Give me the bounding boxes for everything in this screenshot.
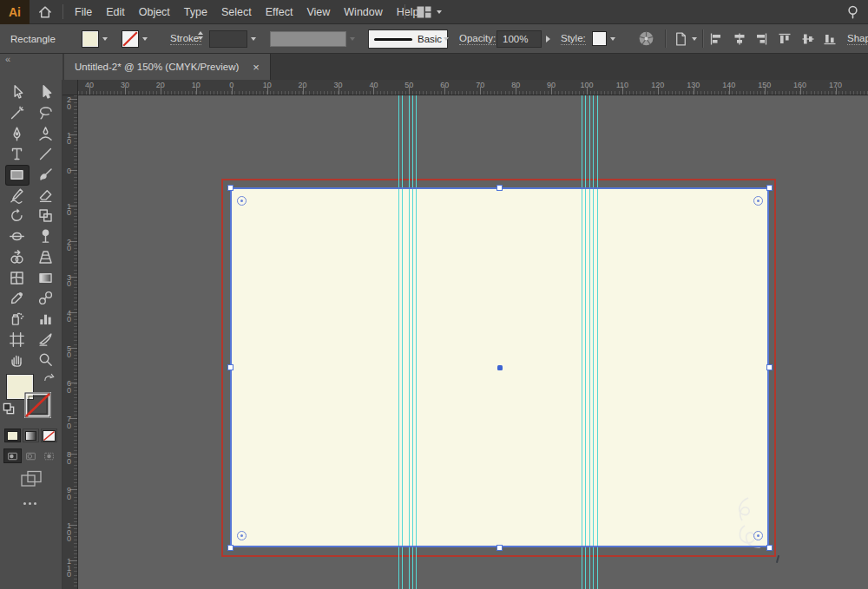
- curvature-tool[interactable]: [35, 124, 57, 143]
- align-horizontal-center-icon[interactable]: [732, 31, 747, 47]
- align-vertical-bottom-icon[interactable]: [822, 31, 838, 47]
- draw-inside-icon[interactable]: [41, 449, 57, 462]
- selection-tool[interactable]: [6, 83, 29, 102]
- opacity-input[interactable]: 100%: [496, 30, 542, 48]
- fill-dropdown-chevron[interactable]: [102, 24, 108, 53]
- selection-handle[interactable]: [227, 185, 233, 191]
- canvas[interactable]: [78, 95, 868, 589]
- stroke-weight-input[interactable]: [209, 30, 247, 48]
- align-horizontal-left-icon[interactable]: [708, 31, 724, 47]
- none-button[interactable]: [41, 429, 57, 442]
- puppet-warp-tool[interactable]: [35, 227, 57, 246]
- symbol-sprayer-tool[interactable]: [6, 309, 29, 328]
- slice-tool[interactable]: [35, 330, 57, 349]
- shape-builder-tool[interactable]: [6, 247, 29, 266]
- lasso-tool[interactable]: [35, 104, 57, 123]
- menu-object[interactable]: Object: [139, 6, 170, 18]
- selection-handle[interactable]: [766, 185, 773, 191]
- rotate-tool[interactable]: [6, 206, 29, 226]
- shape-label[interactable]: Shap: [847, 24, 868, 53]
- stroke-weight-stepper[interactable]: [198, 31, 203, 47]
- document-tab[interactable]: Untitled-2* @ 150% (CMYK/Preview) ×: [64, 54, 271, 80]
- gradient-button[interactable]: [23, 429, 39, 442]
- gradient-tool[interactable]: [35, 268, 57, 287]
- eyedropper-tool[interactable]: [6, 289, 29, 308]
- selection-center-point[interactable]: [497, 365, 503, 370]
- mesh-tool[interactable]: [6, 268, 29, 287]
- menu-file[interactable]: File: [75, 6, 92, 18]
- v-ruler-label: 2 0: [64, 97, 74, 110]
- stroke-color-indicator[interactable]: [24, 392, 51, 422]
- fill-color-swatch[interactable]: [82, 24, 99, 53]
- scale-tool[interactable]: [35, 206, 57, 226]
- type-tool[interactable]: [6, 145, 29, 164]
- draw-behind-icon[interactable]: [23, 449, 39, 462]
- pen-tool[interactable]: [6, 124, 29, 143]
- menu-select[interactable]: Select: [221, 6, 252, 18]
- style-label[interactable]: Style:: [561, 24, 586, 53]
- live-corner-widget[interactable]: [237, 196, 247, 206]
- stroke-color-swatch[interactable]: [122, 24, 139, 53]
- selection-handle[interactable]: [227, 364, 233, 370]
- menu-edit[interactable]: Edit: [106, 6, 125, 18]
- close-icon[interactable]: ×: [253, 62, 260, 73]
- stroke-weight-chevron[interactable]: [251, 24, 256, 53]
- color-button[interactable]: [4, 429, 21, 442]
- magic-wand-tool[interactable]: [6, 104, 29, 123]
- align-vertical-top-icon[interactable]: [777, 31, 792, 47]
- selection-handle[interactable]: [496, 185, 503, 191]
- horizontal-ruler[interactable]: 4030201001020304050607080901001101201301…: [62, 80, 868, 95]
- shaper-tool[interactable]: [6, 186, 29, 205]
- menu-effect[interactable]: Effect: [266, 6, 293, 18]
- line-segment-tool[interactable]: [35, 145, 57, 164]
- artboard-tool[interactable]: [6, 330, 29, 349]
- width-tool[interactable]: [6, 227, 29, 246]
- hand-tool[interactable]: [6, 350, 29, 370]
- selection-handle[interactable]: [227, 545, 233, 551]
- style-chevron[interactable]: [610, 24, 615, 53]
- brush-definition-chevron[interactable]: [444, 24, 449, 53]
- menu-type[interactable]: Type: [184, 6, 207, 18]
- zoom-tool[interactable]: [35, 350, 57, 370]
- stroke-label[interactable]: Stroke:: [170, 24, 201, 53]
- direct-selection-tool[interactable]: [35, 83, 57, 102]
- blend-tool[interactable]: [35, 289, 57, 308]
- opacity-expand-chevron[interactable]: [546, 24, 550, 53]
- perspective-grid-tool[interactable]: [35, 247, 57, 266]
- style-swatch[interactable]: [592, 24, 607, 53]
- vertical-ruler[interactable]: 2 01 001 02 03 04 05 06 07 08 09 01 0 01…: [62, 95, 78, 589]
- paintbrush-tool[interactable]: [35, 166, 57, 185]
- swap-fill-stroke-icon[interactable]: [43, 373, 56, 389]
- brush-definition-dropdown[interactable]: Basic: [368, 29, 448, 49]
- workspace-switcher-icon[interactable]: [417, 6, 442, 18]
- ruler-origin-corner[interactable]: [62, 80, 78, 95]
- collapse-panel-icon[interactable]: «: [5, 54, 11, 64]
- column-graph-tool[interactable]: [35, 309, 57, 328]
- recolor-artwork-icon[interactable]: [638, 24, 654, 53]
- align-vertical-center-icon[interactable]: [800, 31, 816, 47]
- stroke-dropdown-chevron[interactable]: [142, 24, 148, 53]
- menu-view[interactable]: View: [306, 6, 330, 18]
- change-screen-mode-icon[interactable]: [21, 470, 43, 492]
- edit-toolbar-icon[interactable]: [23, 502, 36, 505]
- document-setup-chevron[interactable]: [692, 24, 697, 53]
- h-ruler-label: 130: [687, 81, 700, 89]
- home-icon[interactable]: [35, 3, 56, 21]
- selection-handle[interactable]: [496, 545, 503, 551]
- selection-handle[interactable]: [766, 545, 773, 551]
- live-corner-widget[interactable]: [237, 531, 247, 540]
- rectangle-tool[interactable]: [6, 166, 29, 185]
- opacity-label[interactable]: Opacity:: [459, 24, 496, 53]
- default-fill-stroke-icon[interactable]: [3, 402, 16, 419]
- live-corner-widget[interactable]: [753, 531, 763, 540]
- eraser-tool[interactable]: [35, 186, 57, 205]
- document-setup-icon[interactable]: [674, 24, 688, 53]
- live-corner-widget[interactable]: [753, 196, 763, 206]
- draw-normal-icon[interactable]: [4, 449, 21, 462]
- search-icon[interactable]: [845, 3, 861, 23]
- align-horizontal-right-icon[interactable]: [753, 31, 769, 47]
- menu-window[interactable]: Window: [344, 6, 382, 18]
- selection-handle[interactable]: [766, 364, 773, 370]
- menu-help[interactable]: Help: [397, 6, 419, 18]
- v-ruler-label: 0: [64, 168, 74, 175]
